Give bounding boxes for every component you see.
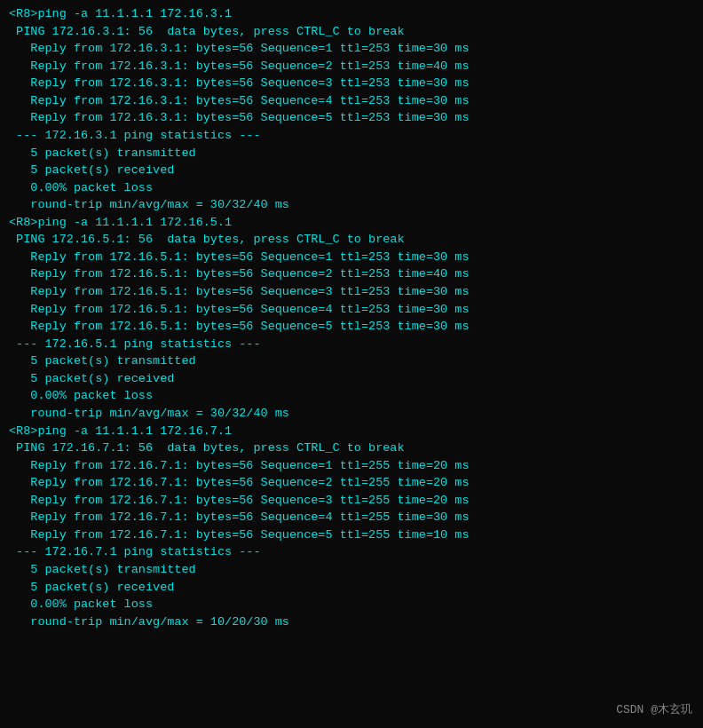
- terminal-line: Reply from 172.16.3.1: bytes=56 Sequence…: [9, 58, 694, 75]
- terminal-line: Reply from 172.16.5.1: bytes=56 Sequence…: [9, 318, 694, 336]
- terminal-line: Reply from 172.16.5.1: bytes=56 Sequence…: [9, 301, 694, 319]
- terminal-line: Reply from 172.16.7.1: bytes=56 Sequence…: [9, 474, 694, 492]
- terminal-line: 5 packet(s) received: [9, 370, 694, 388]
- terminal-line: round-trip min/avg/max = 10/20/30 ms: [9, 613, 694, 631]
- watermark: CSDN @木玄玑: [616, 702, 692, 719]
- terminal-line: round-trip min/avg/max = 30/32/40 ms: [9, 196, 694, 214]
- terminal-line: <R8>ping -a 11.1.1.1 172.16.3.1: [9, 5, 694, 23]
- terminal-line: round-trip min/avg/max = 30/32/40 ms: [9, 405, 694, 423]
- terminal-line: Reply from 172.16.7.1: bytes=56 Sequence…: [9, 492, 694, 510]
- terminal-line: PING 172.16.7.1: 56 data bytes, press CT…: [9, 439, 694, 457]
- terminal-line: PING 172.16.5.1: 56 data bytes, press CT…: [9, 231, 694, 249]
- terminal-line: 5 packet(s) received: [9, 162, 694, 179]
- terminal-line: Reply from 172.16.5.1: bytes=56 Sequence…: [9, 265, 694, 283]
- terminal-line: PING 172.16.3.1: 56 data bytes, press CT…: [9, 23, 694, 41]
- terminal-line: Reply from 172.16.3.1: bytes=56 Sequence…: [9, 109, 694, 127]
- terminal-line: 0.00% packet loss: [9, 179, 694, 197]
- terminal-line: Reply from 172.16.5.1: bytes=56 Sequence…: [9, 249, 694, 266]
- terminal-line: 5 packet(s) transmitted: [9, 352, 694, 370]
- terminal-line: Reply from 172.16.3.1: bytes=56 Sequence…: [9, 75, 694, 92]
- terminal-line: Reply from 172.16.7.1: bytes=56 Sequence…: [9, 526, 694, 544]
- terminal-line: --- 172.16.3.1 ping statistics ---: [9, 127, 694, 145]
- terminal-line: <R8>ping -a 11.1.1.1 172.16.7.1: [9, 423, 694, 440]
- terminal-line: Reply from 172.16.3.1: bytes=56 Sequence…: [9, 92, 694, 110]
- terminal-line: 5 packet(s) transmitted: [9, 561, 694, 579]
- terminal-window: <R8>ping -a 11.1.1.1 172.16.3.1 PING 172…: [0, 0, 703, 728]
- terminal-line: 0.00% packet loss: [9, 596, 694, 613]
- terminal-line: 5 packet(s) received: [9, 579, 694, 597]
- terminal-line: Reply from 172.16.7.1: bytes=56 Sequence…: [9, 509, 694, 526]
- terminal-line: --- 172.16.5.1 ping statistics ---: [9, 336, 694, 353]
- terminal-line: Reply from 172.16.5.1: bytes=56 Sequence…: [9, 283, 694, 301]
- terminal-line: Reply from 172.16.7.1: bytes=56 Sequence…: [9, 457, 694, 475]
- terminal-line: 5 packet(s) transmitted: [9, 145, 694, 162]
- terminal-line: Reply from 172.16.3.1: bytes=56 Sequence…: [9, 40, 694, 58]
- terminal-line: <R8>ping -a 11.1.1.1 172.16.5.1: [9, 214, 694, 232]
- terminal-line: 0.00% packet loss: [9, 387, 694, 405]
- terminal-line: --- 172.16.7.1 ping statistics ---: [9, 543, 694, 561]
